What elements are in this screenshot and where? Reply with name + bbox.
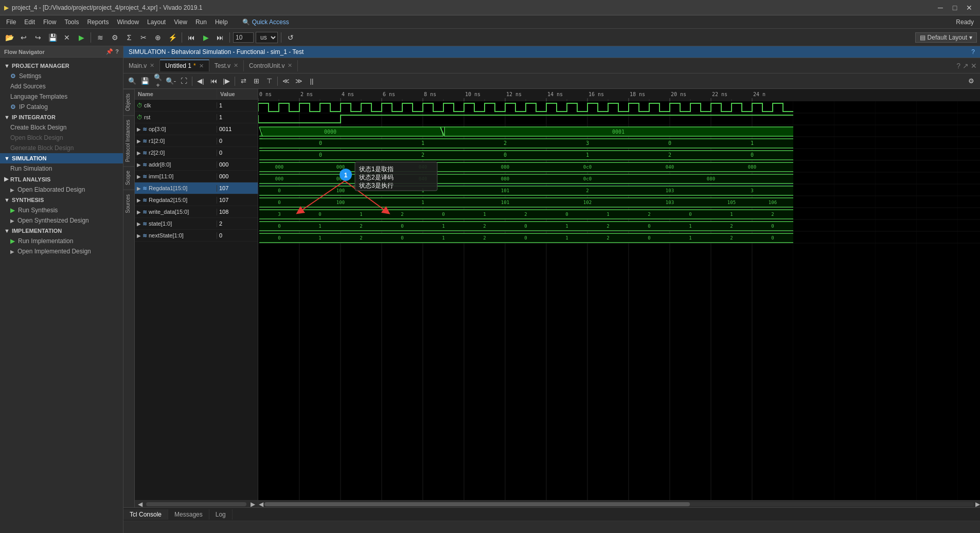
signal-row-state[interactable]: ▶ ≋ state[1:0] 2	[135, 218, 258, 230]
nav-settings[interactable]: ⚙ Settings	[0, 71, 123, 81]
scope-tab[interactable]: Scope	[123, 166, 134, 189]
menu-file[interactable]: File	[2, 17, 20, 27]
time-unit-select[interactable]: us ns ps	[256, 32, 278, 43]
close-icon-test-v[interactable]: ✕	[234, 62, 238, 69]
section-simulation[interactable]: ▼ SIMULATION	[0, 153, 123, 163]
minimize-button[interactable]: ─	[934, 2, 947, 13]
tab-test-v[interactable]: Test.v ✕	[209, 60, 244, 71]
sigma-button[interactable]: Σ	[123, 31, 135, 44]
section-synthesis[interactable]: ▼ SYNTHESIS	[0, 195, 123, 205]
tab-controlunit-v[interactable]: ControlUnit.v ✕	[244, 60, 298, 71]
nav-run-implementation[interactable]: ▶ Run Implementation	[0, 236, 123, 246]
tab-main-v[interactable]: Main.v ✕	[123, 60, 160, 71]
help-icon-tab[interactable]: ?	[956, 62, 960, 70]
signal-row-nextstate[interactable]: ▶ ≋ nextState[1:0] 0	[135, 230, 258, 242]
save-wave-button[interactable]: 💾	[139, 76, 151, 87]
nav-open-elaborated-design[interactable]: ▶ Open Elaborated Design	[0, 185, 123, 195]
signal-row-rst[interactable]: ⏱ rst 1	[135, 112, 258, 123]
close-icon-tab[interactable]: ✕	[971, 62, 977, 70]
scroll-right-btn[interactable]: ▶	[247, 501, 258, 508]
time-input[interactable]	[233, 32, 254, 43]
hide-button[interactable]: ≪	[280, 76, 292, 87]
signal-row-r2[interactable]: ▶ ≋ r2[2:0] 0	[135, 147, 258, 159]
menu-reports[interactable]: Reports	[83, 17, 113, 27]
tab-log[interactable]: Log	[209, 509, 233, 520]
menu-help[interactable]: Help	[211, 17, 232, 27]
wave-hscroll-thumb[interactable]	[264, 502, 690, 506]
tab-tcl-console[interactable]: Tcl Console	[123, 509, 168, 520]
close-icon-controlunit-v[interactable]: ✕	[288, 62, 292, 69]
snap-button[interactable]: ||	[306, 76, 317, 87]
menu-run[interactable]: Run	[191, 17, 211, 27]
nav-open-implemented-design[interactable]: ▶ Open Implemented Design	[0, 246, 123, 256]
zoom-fit-button[interactable]: 🔍	[127, 76, 138, 87]
objects-tab[interactable]: Objects	[123, 89, 134, 115]
open-button[interactable]: 📂	[3, 31, 15, 44]
tab-untitled[interactable]: Untitled 1 * ✕	[160, 60, 209, 71]
play-button[interactable]: ▶	[200, 31, 212, 44]
settings-button[interactable]: ⚙	[109, 31, 121, 44]
marker-button[interactable]: ⊤	[263, 76, 275, 87]
close-button[interactable]: ✕	[963, 2, 976, 13]
swap-button[interactable]: ⇄	[238, 76, 249, 87]
signal-row-op[interactable]: ▶ ≋ op[3:0] 0011	[135, 123, 258, 135]
wave-button[interactable]: ≋	[94, 31, 106, 44]
toggle-button[interactable]: ⊞	[251, 76, 262, 87]
pin-icon[interactable]: 📌	[106, 48, 113, 55]
move-button[interactable]: ⊕	[152, 31, 164, 44]
sources-tab[interactable]: Sources	[123, 190, 134, 217]
settings-wave-button[interactable]: ⚙	[966, 76, 977, 87]
run-button[interactable]: ▶	[75, 31, 87, 44]
maximize-button[interactable]: □	[948, 2, 961, 13]
scroll-left-btn[interactable]: ◀	[135, 501, 145, 508]
redo-button[interactable]: ↪	[32, 31, 44, 44]
close-icon-main-v[interactable]: ✕	[150, 62, 154, 69]
step-forward-button[interactable]: ⏭	[214, 31, 226, 44]
nav-create-block-design[interactable]: Create Block Design	[0, 122, 123, 133]
zoom-out-button[interactable]: 🔍-	[165, 76, 176, 87]
h-scrollbar[interactable]	[146, 502, 246, 506]
close-icon-untitled[interactable]: ✕	[199, 63, 204, 69]
menu-flow[interactable]: Flow	[39, 17, 60, 27]
section-project-manager[interactable]: ▼ PROJECT MANAGER	[0, 61, 123, 71]
menu-layout[interactable]: Layout	[143, 17, 170, 27]
signal-row-addr[interactable]: ▶ ≋ addr[8:0] 000	[135, 159, 258, 171]
zoom-full-button[interactable]: ⛶	[178, 76, 189, 87]
nav-add-sources[interactable]: Add Sources	[0, 81, 123, 91]
zoom-in-button[interactable]: 🔍+	[152, 76, 164, 87]
section-rtl-analysis[interactable]: ▶ RTL ANALYSIS	[0, 174, 123, 185]
nav-ip-catalog[interactable]: ⚙ IP Catalog	[0, 102, 123, 112]
undo-button[interactable]: ↩	[17, 31, 30, 44]
connect-button[interactable]: ⚡	[166, 31, 179, 44]
wave-hscroll[interactable]	[264, 502, 974, 506]
quick-access[interactable]: 🔍 Quick Access	[242, 19, 289, 26]
pin-icon-tab[interactable]: ↗	[963, 62, 969, 70]
menu-view[interactable]: View	[170, 17, 191, 27]
section-ip-integrator[interactable]: ▼ IP INTEGRATOR	[0, 112, 123, 122]
cut-button[interactable]: ✂	[137, 31, 150, 44]
signal-row-regdata1[interactable]: ▶ ≋ Regdata1[15:0] 107	[135, 182, 258, 194]
goto-start-button[interactable]: ⏮	[208, 76, 219, 87]
menu-window[interactable]: Window	[113, 17, 143, 27]
signal-row-regdata2[interactable]: ▶ ≋ Regdata2[15:0] 107	[135, 194, 258, 206]
nav-language-templates[interactable]: Language Templates	[0, 91, 123, 102]
nav-run-simulation[interactable]: Run Simulation	[0, 163, 123, 174]
signal-row-r1[interactable]: ▶ ≋ r1[2:0] 0	[135, 135, 258, 147]
start-button[interactable]: ⏮	[185, 31, 198, 44]
delete-button[interactable]: ✕	[61, 31, 73, 44]
nav-open-synthesized-design[interactable]: ▶ Open Synthesized Design	[0, 215, 123, 226]
signal-row-imm[interactable]: ▶ ≋ imm[11:0] 000	[135, 171, 258, 182]
tab-messages[interactable]: Messages	[168, 509, 209, 520]
menu-edit[interactable]: Edit	[20, 17, 39, 27]
scroll-right-wave[interactable]: ▶	[975, 501, 980, 507]
help-icon-sim[interactable]: ?	[971, 48, 975, 56]
nav-run-synthesis[interactable]: ▶ Run Synthesis	[0, 205, 123, 215]
help-icon[interactable]: ?	[115, 48, 119, 55]
signal-row-writedata[interactable]: ▶ ≋ write_data[15:0] 108	[135, 206, 258, 218]
save-button[interactable]: 💾	[46, 31, 59, 44]
scroll-left-wave[interactable]: ◀	[258, 501, 263, 507]
prev-edge-button[interactable]: ◀|	[195, 76, 206, 87]
expand-button[interactable]: ≫	[293, 76, 305, 87]
signal-row-clk[interactable]: ⏱ clk 1	[135, 100, 258, 112]
protocol-instances-tab[interactable]: Protocol Instances	[123, 115, 134, 166]
